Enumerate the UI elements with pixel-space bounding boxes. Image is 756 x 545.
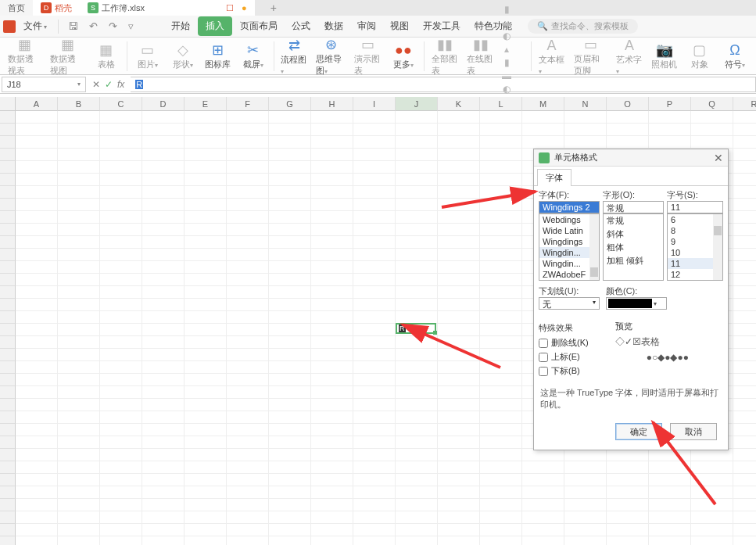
- cell[interactable]: [142, 111, 185, 124]
- cell[interactable]: [733, 174, 756, 186]
- cell[interactable]: [185, 374, 227, 386]
- cell[interactable]: [227, 136, 269, 149]
- row-header[interactable]: [0, 474, 16, 486]
- row-header[interactable]: [0, 136, 16, 149]
- cell[interactable]: [16, 499, 58, 511]
- cell[interactable]: [480, 211, 522, 224]
- cell[interactable]: [100, 124, 142, 136]
- cell[interactable]: [185, 524, 227, 536]
- cell[interactable]: [691, 499, 733, 511]
- col-header-P[interactable]: P: [649, 97, 691, 111]
- row-header[interactable]: [0, 161, 16, 174]
- cell[interactable]: [438, 449, 480, 461]
- cell[interactable]: [311, 286, 353, 299]
- tab-font[interactable]: 字体: [537, 169, 571, 186]
- cell[interactable]: [58, 124, 100, 136]
- cell[interactable]: [311, 361, 353, 374]
- cell[interactable]: [142, 424, 185, 436]
- row-header[interactable]: [0, 224, 16, 236]
- cell[interactable]: [607, 136, 649, 149]
- cell[interactable]: [353, 274, 396, 286]
- cell[interactable]: [227, 236, 269, 249]
- cell[interactable]: [227, 199, 269, 211]
- cell[interactable]: [185, 224, 227, 236]
- cell[interactable]: [311, 436, 353, 449]
- cell[interactable]: [16, 336, 58, 349]
- cell[interactable]: [269, 286, 311, 299]
- cell[interactable]: [438, 474, 480, 486]
- redo-icon[interactable]: ↷: [104, 20, 122, 32]
- cell[interactable]: [691, 449, 733, 461]
- cell[interactable]: [649, 461, 691, 474]
- cell[interactable]: [269, 486, 311, 499]
- cell[interactable]: [227, 449, 269, 461]
- cell[interactable]: [16, 486, 58, 499]
- cell[interactable]: [733, 199, 756, 211]
- cell[interactable]: [691, 136, 733, 149]
- cell[interactable]: [480, 286, 522, 299]
- cell[interactable]: [396, 211, 438, 224]
- menu-data[interactable]: 数据: [318, 16, 349, 36]
- cell[interactable]: [480, 224, 522, 236]
- cell[interactable]: [185, 424, 227, 436]
- cell[interactable]: [100, 149, 142, 161]
- cell[interactable]: [58, 524, 100, 536]
- cell[interactable]: [142, 436, 185, 449]
- cell[interactable]: [269, 261, 311, 274]
- cell[interactable]: [353, 511, 396, 524]
- cell[interactable]: [353, 411, 396, 424]
- row-header[interactable]: [0, 424, 16, 436]
- cell[interactable]: [142, 486, 185, 499]
- row-header[interactable]: [0, 461, 16, 474]
- cell[interactable]: [733, 311, 756, 324]
- cell[interactable]: [100, 349, 142, 361]
- cell[interactable]: [311, 161, 353, 174]
- cell[interactable]: [396, 236, 438, 249]
- row-header[interactable]: [0, 386, 16, 399]
- scrollbar[interactable]: [713, 214, 722, 280]
- cell[interactable]: [58, 386, 100, 399]
- cell[interactable]: [733, 249, 756, 261]
- name-box[interactable]: J18▾: [2, 77, 86, 92]
- cell[interactable]: [607, 474, 649, 486]
- cell[interactable]: [691, 524, 733, 536]
- cell[interactable]: [396, 274, 438, 286]
- cell[interactable]: [480, 311, 522, 324]
- cell[interactable]: [58, 349, 100, 361]
- object-button[interactable]: ▢对象: [683, 40, 716, 72]
- cell[interactable]: [353, 336, 396, 349]
- cell[interactable]: [733, 299, 756, 311]
- cell[interactable]: [185, 111, 227, 124]
- shape-button[interactable]: ◇形状▾: [167, 40, 199, 72]
- cell[interactable]: [58, 111, 100, 124]
- flowchart-button[interactable]: ⇄流程图▾: [278, 35, 310, 77]
- cell[interactable]: [438, 299, 480, 311]
- col-header-A[interactable]: A: [16, 97, 58, 111]
- cell[interactable]: [733, 124, 756, 136]
- cell[interactable]: [649, 474, 691, 486]
- cell[interactable]: [396, 249, 438, 261]
- cell[interactable]: [100, 274, 142, 286]
- row-header[interactable]: [0, 324, 16, 336]
- cell[interactable]: [227, 124, 269, 136]
- cell[interactable]: [100, 486, 142, 499]
- cell[interactable]: [438, 486, 480, 499]
- cell[interactable]: [607, 111, 649, 124]
- cell[interactable]: [227, 186, 269, 199]
- cell[interactable]: [522, 461, 564, 474]
- cell[interactable]: [480, 136, 522, 149]
- cell[interactable]: [58, 424, 100, 436]
- cell[interactable]: [522, 136, 564, 149]
- wordart-button[interactable]: A艺术字▾: [613, 35, 646, 77]
- cell[interactable]: [269, 499, 311, 511]
- menu-insert[interactable]: 插入: [198, 16, 232, 36]
- cell[interactable]: [16, 211, 58, 224]
- row-header[interactable]: [0, 436, 16, 449]
- cell[interactable]: [396, 324, 438, 336]
- cell[interactable]: [522, 474, 564, 486]
- cell[interactable]: [733, 111, 756, 124]
- cell[interactable]: [142, 199, 185, 211]
- cell[interactable]: [227, 436, 269, 449]
- cell[interactable]: [733, 236, 756, 249]
- cell[interactable]: [396, 149, 438, 161]
